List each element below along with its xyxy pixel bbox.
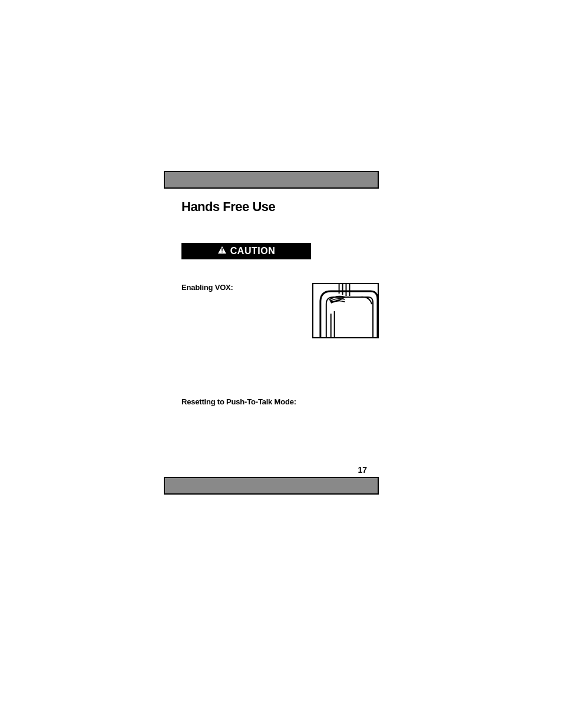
caution-label: CAUTION [230, 246, 275, 256]
caution-badge: CAUTION [181, 243, 311, 259]
svg-rect-1 [222, 248, 223, 251]
page-number: 17 [164, 465, 379, 475]
enable-vox-heading: Enabling VOX: [181, 283, 233, 292]
manual-page: Hands Free Use CAUTION Enabling VOX: [164, 171, 379, 495]
reset-ptt-heading: Resetting to Push-To-Talk Mode: [181, 397, 379, 406]
accessory-port-illustration [312, 283, 379, 338]
warning-icon [217, 246, 227, 256]
page-title: Hands Free Use [181, 199, 379, 215]
footer-bar [164, 477, 379, 495]
header-bar [164, 171, 379, 189]
svg-rect-2 [222, 252, 223, 253]
enable-vox-row: Enabling VOX: [181, 283, 379, 338]
